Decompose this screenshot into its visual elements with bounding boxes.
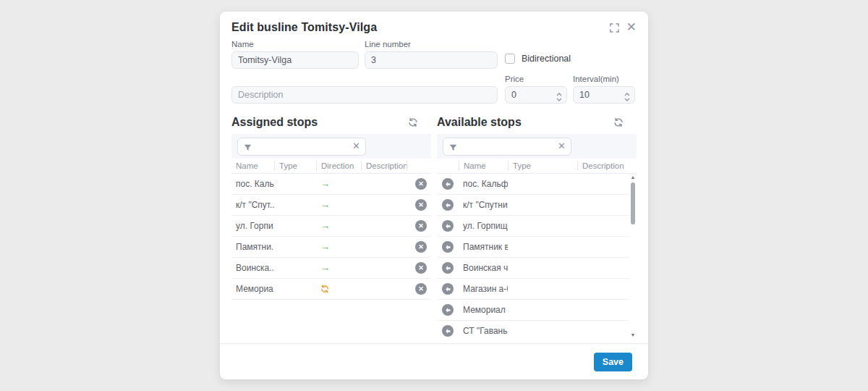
add-stop-button[interactable] [442, 220, 454, 232]
assigned-stop-row: Воинска... → ✕ [231, 258, 431, 279]
available-scrollbar: ▲ ▼ [629, 175, 637, 338]
remove-stop-button[interactable]: ✕ [415, 283, 427, 295]
fullscreen-icon[interactable] [610, 23, 619, 33]
line-number-input[interactable] [365, 51, 498, 69]
name-input[interactable] [231, 51, 359, 69]
dialog-title: Edit busline Tomitsy-Vilga [231, 21, 377, 34]
direction-icon: → [320, 264, 361, 272]
stop-name: пос. Кальфа к... [459, 179, 508, 189]
column-header-actions [407, 161, 431, 171]
assigned-filter-band: ✕ [231, 134, 431, 159]
interval-decrement-icon[interactable] [624, 98, 630, 101]
dialog-footer: Save [220, 343, 648, 379]
direction-icon: → [320, 243, 361, 251]
name-label: Name [231, 40, 359, 49]
add-stop-button[interactable] [442, 241, 454, 253]
available-table-header: Name Type Description [437, 159, 637, 174]
filter-icon [449, 142, 457, 155]
assigned-stop-row: пос. Каль... → ✕ [231, 174, 431, 195]
scrollbar-thumb[interactable] [631, 182, 635, 224]
assigned-stop-row: Памятни... → ✕ [231, 237, 431, 258]
scroll-up-icon[interactable]: ▲ [630, 175, 636, 180]
available-stops-panel: Available stops ✕ [437, 111, 637, 339]
available-refresh-icon[interactable] [613, 117, 624, 127]
remove-stop-button[interactable]: ✕ [415, 178, 427, 190]
column-header-name: Name [231, 161, 274, 171]
assigned-filter-input[interactable] [237, 138, 366, 156]
stop-name: к/т "Спутник"... [459, 200, 508, 210]
available-filter-input[interactable] [443, 138, 571, 156]
assigned-stop-row: Мемориа... ✕ [231, 279, 431, 300]
remove-stop-button[interactable]: ✕ [415, 199, 427, 211]
available-stops-title: Available stops [437, 116, 522, 129]
add-stop-button[interactable] [442, 283, 454, 295]
interval-label: Interval(min) [573, 75, 635, 83]
price-label: Price [505, 75, 567, 83]
stop-name: Воинска... [231, 263, 274, 273]
available-stop-row: пос. Кальфа к... [437, 174, 629, 195]
line-number-label: Line number [365, 40, 498, 49]
column-header-name: Name [459, 161, 508, 171]
stop-name: СТ "Гавань" а... [459, 326, 508, 336]
stop-name: Памятни... [231, 242, 274, 252]
close-icon[interactable]: ✕ [626, 22, 637, 33]
busline-form: Name Line number Bidirectional Price [220, 40, 648, 104]
edit-busline-dialog: Edit busline Tomitsy-Vilga ✕ Name Line n… [220, 12, 648, 379]
filter-icon [244, 142, 252, 155]
available-stop-row: СТ "Гавань" а... [437, 321, 629, 339]
column-header-type: Type [274, 161, 316, 171]
column-header-description: Description [361, 161, 407, 171]
direction-icon: → [320, 201, 361, 209]
stop-name: Мемориал а-б [459, 305, 508, 315]
available-stop-row: к/т "Спутник"... [437, 195, 629, 216]
add-stop-button[interactable] [442, 304, 454, 316]
bidirectional-checkbox[interactable] [505, 54, 515, 64]
description-input[interactable] [231, 86, 498, 104]
assigned-table-body: пос. Каль... → ✕ к/т "Спут... → ✕ ул. Го… [231, 174, 431, 300]
add-stop-button[interactable] [442, 262, 454, 274]
column-header-type: Type [508, 161, 577, 171]
assigned-stop-row: к/т "Спут... → ✕ [231, 195, 431, 216]
remove-stop-button[interactable]: ✕ [415, 241, 427, 253]
assigned-refresh-icon[interactable] [408, 117, 418, 127]
available-stop-row: ул. Горпищен... [437, 216, 629, 237]
column-header-actions [437, 161, 459, 171]
stop-name: Воинская час... [459, 263, 508, 273]
column-header-description: Description [577, 161, 629, 171]
stop-name: ул. Горпищен... [459, 221, 508, 231]
assigned-stops-panel: Assigned stops ✕ Name [231, 111, 431, 339]
column-header-direction: Direction [316, 161, 361, 171]
assigned-stop-row: ул. Горпи... → ✕ [231, 216, 431, 237]
save-button[interactable]: Save [594, 353, 632, 371]
available-table-body: пос. Кальфа к... к/т "Спутник"... ул. Го… [437, 174, 637, 339]
available-filter-clear-icon[interactable]: ✕ [558, 140, 566, 152]
add-stop-button[interactable] [442, 178, 454, 190]
assigned-table-header: Name Type Direction Description [231, 159, 431, 174]
stop-name: Памятник во... [459, 242, 508, 252]
direction-icon: → [320, 180, 361, 188]
stop-name: ул. Горпи... [231, 221, 274, 231]
add-stop-button[interactable] [442, 199, 454, 211]
scroll-down-icon[interactable]: ▼ [630, 332, 636, 338]
direction-icon [320, 285, 361, 293]
available-stop-row: Мемориал а-б [437, 300, 629, 321]
remove-stop-button[interactable]: ✕ [415, 262, 427, 274]
remove-stop-button[interactable]: ✕ [415, 220, 427, 232]
direction-icon: → [320, 222, 361, 230]
stop-name: к/т "Спут... [231, 200, 274, 210]
bidirectional-label: Bidirectional [522, 54, 571, 64]
assigned-filter-clear-icon[interactable]: ✕ [352, 140, 360, 152]
available-filter-band: ✕ [437, 134, 637, 159]
available-stop-row: Магазин а-б [437, 279, 629, 300]
stop-name: Магазин а-б [459, 284, 508, 294]
dialog-header: Edit busline Tomitsy-Vilga ✕ [220, 12, 648, 38]
price-increment-icon[interactable] [556, 93, 562, 96]
assigned-stops-title: Assigned stops [231, 116, 318, 129]
interval-increment-icon[interactable] [624, 93, 630, 96]
available-stop-row: Памятник во... [437, 237, 629, 258]
stop-name: пос. Каль... [231, 179, 274, 189]
available-stop-row: Воинская час... [437, 258, 629, 279]
stop-name: Мемориа... [231, 284, 274, 294]
add-stop-button[interactable] [442, 325, 454, 337]
price-decrement-icon[interactable] [556, 98, 562, 101]
